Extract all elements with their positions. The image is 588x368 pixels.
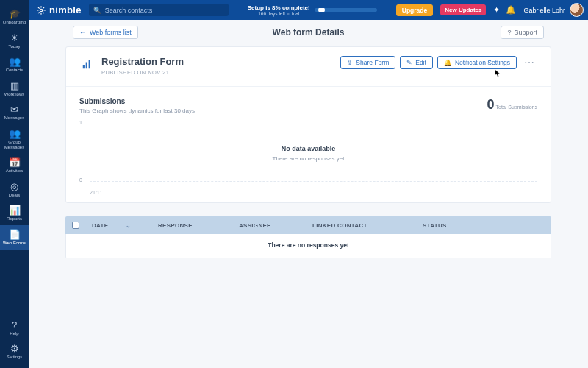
svg-rect-3 [89, 60, 90, 68]
col-linked-contact[interactable]: LINKED CONTACT [306, 222, 417, 229]
share-label: Share Form [356, 59, 389, 66]
more-menu[interactable]: ⋯ [521, 57, 537, 68]
columns-icon: ▥ [10, 81, 19, 91]
page-header: ← Web forms list Web form Details ? Supp… [65, 20, 551, 46]
search-input-wrap[interactable]: 🔍 [89, 4, 229, 16]
arrow-left-icon: ← [79, 29, 86, 36]
sidebar-item-web-forms[interactable]: 📄Web Forms [0, 225, 29, 250]
responses-table: DATE⌄ RESPONSE ASSIGNEE LINKED CONTACT S… [65, 216, 551, 258]
sidebar-item-label: Today [8, 44, 20, 49]
submissions-desc: This Graph shows dynamics for last 30 da… [79, 107, 195, 114]
share-form-button[interactable]: ⇪Share Form [340, 56, 395, 69]
nodata-title: No data available [79, 145, 537, 152]
mail-icon: ✉ [10, 105, 18, 114]
back-button[interactable]: ← Web forms list [73, 26, 138, 39]
sidebar-item-onboarding[interactable]: 🎓Onboarding [0, 4, 29, 29]
content: ← Web forms list Web form Details ? Supp… [29, 20, 588, 368]
sidebar-item-today[interactable]: ☀Today [0, 29, 29, 53]
bell-icon[interactable]: 🔔 [506, 5, 516, 15]
chevron-down-icon: ⌄ [126, 222, 131, 229]
sidebar-item-workflows[interactable]: ▥Workflows [0, 77, 29, 101]
sidebar-item-messages[interactable]: ✉Messages [0, 100, 29, 124]
form-published: PUBLISHED ON NOV 21 [101, 69, 184, 76]
search-icon: 🔍 [93, 7, 101, 14]
form-actions: ⇪Share Form ✎Edit 🔔Notification Settings… [340, 56, 537, 69]
gear-icon: ⚙ [10, 344, 19, 353]
setup-progress[interactable]: Setup is 8% complete! 166 days left in t… [236, 4, 389, 16]
grid-line [90, 124, 537, 124]
new-updates-button[interactable]: New Updates [440, 4, 486, 15]
notification-settings-button[interactable]: 🔔Notification Settings [437, 56, 517, 69]
support-button[interactable]: ? Support [501, 26, 544, 39]
setup-subtitle: 166 days left in trial [248, 11, 310, 16]
sidebar-nav: 🎓Onboarding ☀Today 👥Contacts ▥Workflows … [0, 4, 29, 316]
sidebar: 🎓Onboarding ☀Today 👥Contacts ▥Workflows … [0, 0, 29, 368]
edit-label: Edit [415, 59, 426, 66]
pencil-icon: ✎ [406, 59, 412, 66]
x-tick: 21/11 [90, 190, 103, 195]
user-menu[interactable]: Gabrielle Lohr [523, 3, 584, 17]
sidebar-item-activities[interactable]: 📅Activities [0, 153, 29, 177]
sidebar-item-label: Settings [7, 355, 23, 360]
help-icon: ? [12, 320, 17, 330]
sidebar-item-label: Onboarding [3, 20, 26, 25]
share-icon: ⇪ [347, 59, 353, 66]
col-assignee[interactable]: ASSIGNEE [233, 222, 306, 229]
submissions-chart: 1 0 No data available There are no respo… [79, 120, 537, 194]
y-tick: 0 [79, 177, 82, 183]
brand-icon [36, 5, 46, 15]
sidebar-item-settings[interactable]: ⚙Settings [0, 339, 29, 364]
total-number: 0 [487, 97, 495, 112]
svg-rect-2 [86, 63, 87, 69]
form-icon: 📄 [9, 230, 21, 239]
sidebar-item-contacts[interactable]: 👥Contacts [0, 52, 29, 77]
calendar-icon: 📅 [9, 158, 21, 167]
col-status[interactable]: STATUS [417, 222, 551, 229]
bell-icon: 🔔 [444, 59, 452, 66]
main: nimble 🔍 Setup is 8% complete! 166 days … [29, 0, 588, 368]
total-label: Total Submissions [496, 105, 537, 110]
back-label: Web forms list [90, 29, 132, 36]
sparkle-icon[interactable]: ✦ [493, 5, 500, 15]
table-header: DATE⌄ RESPONSE ASSIGNEE LINKED CONTACT S… [65, 216, 551, 234]
col-response[interactable]: RESPONSE [152, 222, 233, 229]
form-card: Registration Form PUBLISHED ON NOV 21 ⇪S… [65, 46, 551, 203]
sidebar-item-help[interactable]: ?Help [0, 316, 29, 340]
target-icon: ◎ [10, 182, 18, 191]
col-date[interactable]: DATE⌄ [86, 222, 152, 229]
setup-title: Setup is 8% complete! [248, 4, 310, 11]
sidebar-item-label: Messages [4, 116, 24, 121]
col-label: DATE [92, 222, 108, 229]
brand[interactable]: nimble [36, 4, 82, 15]
sidebar-item-group-messages[interactable]: 👥Group Messages [0, 124, 29, 153]
table-empty-row: There are no responses yet [65, 234, 551, 258]
submissions-title: Submissions [79, 97, 195, 105]
sidebar-bottom: ?Help ⚙Settings [0, 316, 29, 368]
card-header: Registration Form PUBLISHED ON NOV 21 ⇪S… [66, 47, 551, 87]
chart-icon: 📊 [9, 205, 21, 215]
chart-empty-state: No data available There are no responses… [79, 145, 537, 162]
sidebar-item-reports[interactable]: 📊Reports [0, 201, 29, 225]
user-name: Gabrielle Lohr [523, 7, 565, 14]
sidebar-item-label: Web Forms [3, 241, 26, 246]
form-title: Registration Form [101, 56, 184, 67]
progress-knob [318, 8, 325, 12]
help-circle-icon: ? [507, 29, 511, 36]
grid-line [90, 181, 537, 182]
sidebar-item-label: Deals [9, 193, 20, 198]
sidebar-item-deals[interactable]: ◎Deals [0, 177, 29, 202]
sidebar-item-label: Group Messages [4, 140, 24, 149]
upgrade-button[interactable]: Upgrade [396, 4, 433, 16]
users-icon: 👥 [9, 57, 21, 66]
topbar: nimble 🔍 Setup is 8% complete! 166 days … [29, 0, 588, 20]
page-title: Web form Details [273, 27, 345, 38]
sidebar-item-label: Workflows [4, 92, 25, 97]
edit-button[interactable]: ✎Edit [400, 56, 433, 69]
select-all-cell[interactable] [65, 222, 86, 229]
avatar [570, 3, 584, 17]
cursor-icon [495, 69, 501, 77]
sidebar-item-label: Contacts [6, 68, 24, 73]
academic-cap-icon: 🎓 [9, 9, 21, 18]
y-tick: 1 [79, 120, 82, 125]
search-input[interactable] [105, 7, 224, 14]
